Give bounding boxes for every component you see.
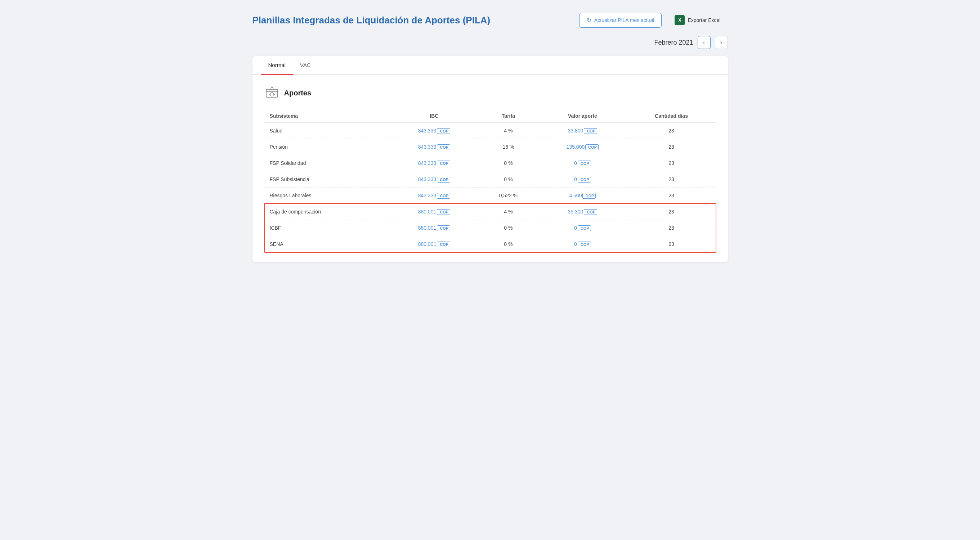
subsistema-cell: Pensión [264,139,390,155]
refresh-button[interactable]: ↻ Actualizar PILA mes actual [579,13,662,28]
ibc-cell: 880.001 COP [390,220,478,236]
valor-cell: 35.300 COP [538,204,626,220]
subsistema-cell: FSP Solidaridad [264,155,390,172]
dias-cell: 23 [627,172,716,187]
subsistema-cell: Riesgos Laborales [264,187,390,204]
refresh-label: Actualizar PILA mes actual [594,17,654,23]
section-title: Aportes [284,89,312,97]
tarifa-cell: 4 % [478,204,539,220]
aportes-table: Subsistema IBC Tarifa Valor aporte Canti… [264,110,716,252]
table-body: Salud 843.333 COP 4 % 33.800 COP 23 Pens… [264,123,716,253]
table-row: Pensión 843.333 COP 16 % 135.000 COP 23 [264,139,716,155]
table-header: Subsistema IBC Tarifa Valor aporte Canti… [264,110,716,123]
tarifa-cell: 4 % [478,123,539,139]
tarifa-cell: 0 % [478,220,539,236]
subsistema-cell: SENA [264,236,390,253]
dias-cell: 23 [627,139,716,155]
tarifa-cell: 0,522 % [478,187,539,204]
dias-cell: 23 [627,155,716,172]
subsistema-cell: FSP Subsistencia [264,172,390,187]
tarifa-cell: 0 % [478,155,539,172]
subsistema-cell: ICBF [264,220,390,236]
dias-cell: 23 [627,236,716,253]
prev-month-button[interactable]: ‹ [698,36,711,49]
valor-cell: 4.500 COP [538,187,626,204]
export-label: Exportar Excel [687,17,720,23]
tarifa-cell: 0 % [478,172,539,187]
refresh-icon: ↻ [587,17,591,24]
valor-cell: 135.000 COP [538,139,626,155]
valor-cell: 0 COP [538,155,626,172]
table-row: FSP Subsistencia 843.333 COP 0 % 0 COP 2… [264,172,716,187]
next-month-button[interactable]: › [715,36,728,49]
export-button[interactable]: X Exportar Excel [667,11,727,29]
table-row: Caja de compensación 880.001 COP 4 % 35.… [264,204,716,220]
dias-cell: 23 [627,220,716,236]
subsistema-cell: Salud [264,123,390,139]
page-title: Planillas Integradas de Liquidación de A… [253,15,490,26]
tarifa-cell: 16 % [478,139,539,155]
date-navigation: Febrero 2021 ‹ › [253,36,728,49]
tabs-container: Normal VAC [253,56,728,75]
valor-cell: 0 COP [538,220,626,236]
ibc-cell: 880.001 COP [390,236,478,253]
ibc-cell: 843.333 COP [390,155,478,172]
table-row: Salud 843.333 COP 4 % 33.800 COP 23 [264,123,716,139]
tab-vac[interactable]: VAC [293,56,318,75]
col-tarifa: Tarifa [478,110,539,123]
dias-cell: 23 [627,204,716,220]
tab-normal[interactable]: Normal [261,56,293,75]
page-header: Planillas Integradas de Liquidación de A… [253,11,728,29]
section-header: Aportes [264,85,716,101]
col-dias: Cantidad días [627,110,716,123]
table-row: SENA 880.001 COP 0 % 0 COP 23 [264,236,716,253]
col-ibc: IBC [390,110,478,123]
ibc-cell: 843.333 COP [390,187,478,204]
header-actions: ↻ Actualizar PILA mes actual X Exportar … [579,11,728,29]
dias-cell: 23 [627,187,716,204]
table-row: Riesgos Laborales 843.333 COP 0,522 % 4.… [264,187,716,204]
ibc-cell: 843.333 COP [390,123,478,139]
col-valor: Valor aporte [538,110,626,123]
table-row: FSP Solidaridad 843.333 COP 0 % 0 COP 23 [264,155,716,172]
tarifa-cell: 0 % [478,236,539,253]
date-label: Febrero 2021 [654,39,693,46]
ibc-cell: 843.333 COP [390,172,478,187]
col-subsistema: Subsistema [264,110,390,123]
aportes-icon [264,85,280,101]
ibc-cell: 843.333 COP [390,139,478,155]
dias-cell: 23 [627,123,716,139]
tab-content: Aportes Subsistema IBC Tarifa Valor apor… [253,75,728,262]
svg-point-1 [270,92,274,96]
valor-cell: 33.800 COP [538,123,626,139]
table-row: ICBF 880.001 COP 0 % 0 COP 23 [264,220,716,236]
aportes-table-wrapper: Subsistema IBC Tarifa Valor aporte Canti… [264,110,716,252]
valor-cell: 0 COP [538,172,626,187]
subsistema-cell: Caja de compensación [264,204,390,220]
main-card: Normal VAC Aportes [253,56,728,262]
excel-icon: X [675,15,685,25]
ibc-cell: 880.001 COP [390,204,478,220]
valor-cell: 0 COP [538,236,626,253]
